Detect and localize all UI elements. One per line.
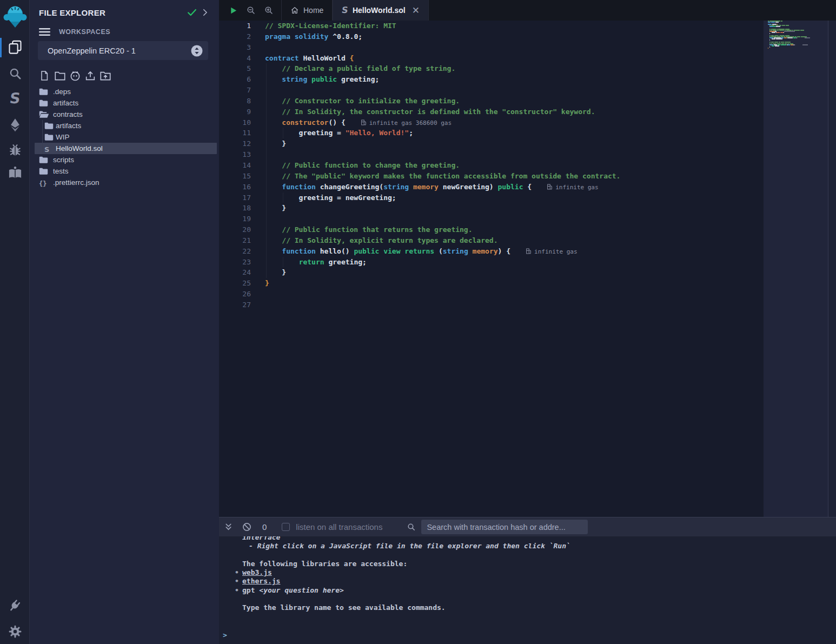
terminal-prompt[interactable]: > <box>219 631 836 640</box>
code-line[interactable]: } <box>265 138 761 149</box>
remix-logo-icon[interactable] <box>0 4 30 29</box>
tab-home[interactable]: Home <box>281 0 333 21</box>
line-number[interactable]: 15 <box>219 171 265 182</box>
zoom-in-icon[interactable] <box>264 5 274 15</box>
tree-item-contracts[interactable]: contracts <box>30 109 219 120</box>
code-line[interactable]: // SPDX-License-Identifier: MIT <box>265 21 761 31</box>
library-link-ethers-js[interactable]: ethers.js <box>242 577 280 585</box>
code-line[interactable]: // In Solidity, explicit return types ar… <box>265 235 761 246</box>
code-line[interactable]: // Declare a public field of type string… <box>265 63 761 74</box>
zoom-out-icon[interactable] <box>246 5 256 15</box>
new-file-icon[interactable] <box>39 70 50 82</box>
code-line[interactable]: greeting = newGreeting; <box>265 192 761 203</box>
github-icon[interactable] <box>69 70 80 82</box>
code-editor[interactable]: 1234567891011121314151617181920212223242… <box>219 21 836 517</box>
line-number[interactable]: 8 <box>219 96 265 107</box>
tree-item--prettierrc-json[interactable]: {}.prettierrc.json <box>30 177 219 188</box>
line-number[interactable]: 5 <box>219 63 265 74</box>
code-line[interactable]: // Constructor to initialize the greetin… <box>265 96 761 107</box>
code-line[interactable] <box>265 85 761 96</box>
code-line[interactable]: pragma solidity ^0.8.0; <box>265 31 761 42</box>
code-line[interactable] <box>265 300 761 310</box>
tree-item--deps[interactable]: .deps <box>30 86 219 97</box>
line-number[interactable]: 22 <box>219 246 265 257</box>
line-number[interactable]: 4 <box>219 53 265 64</box>
debugger-icon[interactable] <box>0 143 30 158</box>
workspace-sort-icon[interactable] <box>191 45 203 57</box>
minimap[interactable] <box>768 21 826 51</box>
code-line[interactable] <box>265 149 761 160</box>
code-line[interactable]: // The "public" keyword makes the functi… <box>265 171 761 182</box>
line-number[interactable]: 12 <box>219 138 265 149</box>
line-number[interactable]: 19 <box>219 214 265 224</box>
tree-item-label: artifacts <box>53 99 78 107</box>
code-line[interactable]: // Public function that returns the gree… <box>265 224 761 235</box>
code-line[interactable]: contract HelloWorld { <box>265 53 761 64</box>
publish-upload-icon[interactable] <box>84 70 95 82</box>
clear-console-icon[interactable] <box>242 522 251 532</box>
load-folder-icon[interactable] <box>99 70 110 82</box>
tree-item-wip[interactable]: WIP <box>30 131 219 143</box>
terminal-output[interactable]: interface- Right click on a JavaScript f… <box>219 536 836 644</box>
terminal-search-input[interactable] <box>421 520 588 534</box>
line-number[interactable]: 1 <box>219 21 265 31</box>
line-number[interactable]: 21 <box>219 235 265 246</box>
tree-item-artifacts[interactable]: artifacts <box>30 120 219 131</box>
plugin-manager-icon[interactable] <box>0 597 30 613</box>
expand-terminal-icon[interactable] <box>224 523 233 531</box>
code-line[interactable] <box>265 214 761 224</box>
code-line[interactable]: function hello() public view returns (st… <box>265 246 761 257</box>
code-line[interactable]: function changeGreeting(string memory ne… <box>265 182 761 192</box>
code-line[interactable]: string public greeting; <box>265 74 761 85</box>
search-icon[interactable] <box>0 67 30 81</box>
tab-close-icon[interactable]: ✕ <box>412 6 420 15</box>
code-line[interactable]: // In Solidity, the constructor is defin… <box>265 107 761 117</box>
listen-transactions-checkbox[interactable] <box>282 523 290 531</box>
line-number[interactable]: 27 <box>219 300 265 310</box>
learneth-book-icon[interactable] <box>0 165 30 181</box>
settings-gear-icon[interactable] <box>0 625 30 639</box>
line-number[interactable]: 17 <box>219 192 265 203</box>
line-number[interactable]: 24 <box>219 267 265 278</box>
line-number[interactable]: 20 <box>219 224 265 235</box>
line-number[interactable]: 14 <box>219 160 265 171</box>
code-line[interactable]: } <box>265 203 761 214</box>
line-number[interactable]: 7 <box>219 85 265 96</box>
editor-scrollbar[interactable] <box>828 21 836 517</box>
deploy-and-run-icon[interactable] <box>0 117 30 132</box>
code-line[interactable]: // Public function to change the greetin… <box>265 160 761 171</box>
library-link-web3-js[interactable]: web3.js <box>242 568 272 576</box>
line-number[interactable]: 6 <box>219 74 265 85</box>
line-number[interactable]: 18 <box>219 203 265 214</box>
line-number[interactable]: 10 <box>219 117 265 128</box>
tree-item-scripts[interactable]: scripts <box>30 154 219 165</box>
solidity-compiler-icon[interactable]: S <box>0 91 30 105</box>
tree-item-helloworld-sol[interactable]: SHelloWorld.sol <box>30 143 219 154</box>
code-line[interactable]: return greeting; <box>265 257 761 268</box>
line-number[interactable]: 16 <box>219 182 265 192</box>
line-number[interactable]: 11 <box>219 128 265 138</box>
tree-item-artifacts[interactable]: artifacts <box>30 97 219 109</box>
code-line[interactable] <box>265 42 761 53</box>
line-number[interactable]: 9 <box>219 107 265 117</box>
line-number[interactable]: 3 <box>219 42 265 53</box>
code-line[interactable]: } <box>265 278 761 289</box>
hamburger-menu-icon[interactable] <box>39 28 50 36</box>
code-line[interactable]: } <box>265 267 761 278</box>
line-number[interactable]: 25 <box>219 278 265 289</box>
line-number[interactable]: 2 <box>219 31 265 42</box>
line-number[interactable]: 26 <box>219 289 265 300</box>
line-number[interactable]: 13 <box>219 149 265 160</box>
accept-check-icon[interactable] <box>185 6 198 19</box>
file-explorer-icon[interactable] <box>0 39 30 55</box>
chevron-right-icon[interactable] <box>198 6 211 19</box>
code-line[interactable]: constructor() {infinite gas 368600 gas <box>265 117 761 128</box>
code-line[interactable] <box>265 289 761 300</box>
new-folder-icon[interactable] <box>54 70 65 82</box>
code-line[interactable]: greeting = "Hello, World!"; <box>265 128 761 138</box>
workspace-select[interactable]: OpenZeppelin ERC20 - 1 <box>38 41 208 60</box>
tree-item-tests[interactable]: tests <box>30 165 219 177</box>
line-number[interactable]: 23 <box>219 257 265 268</box>
run-script-button[interactable] <box>229 6 238 15</box>
tab-helloworld-sol[interactable]: S HelloWorld.sol ✕ <box>333 0 429 21</box>
